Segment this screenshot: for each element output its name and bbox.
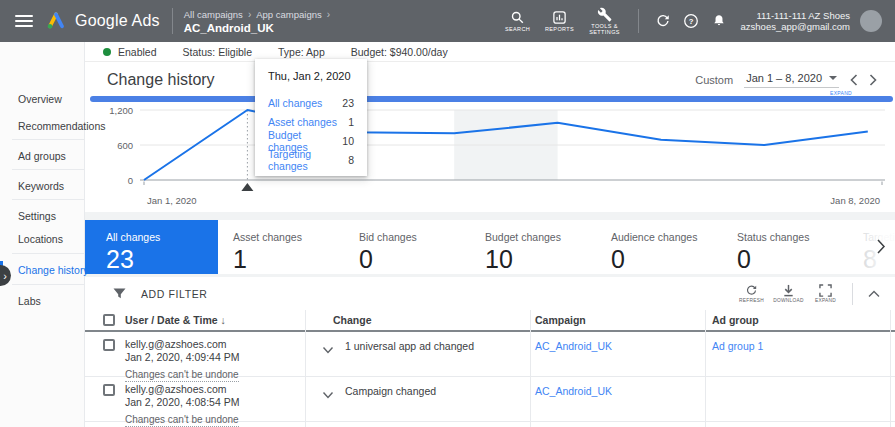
row-checkbox[interactable] — [103, 339, 115, 351]
change-datetime: Jan 2, 2020, 4:08:54 PM — [125, 396, 239, 409]
avatar[interactable] — [860, 10, 882, 32]
chart-expand-link[interactable]: EXPAND — [830, 90, 852, 96]
user-date-cell: kelly.g@azshoes.com Jan 2, 2020, 4:08:54… — [125, 383, 239, 427]
column-header-change[interactable]: Change — [333, 314, 372, 326]
breadcrumb-current-campaign[interactable]: AC_Android_UK — [184, 22, 330, 34]
sidebar: Overview Recommendations Ad groups Keywo… — [0, 42, 85, 427]
chevron-left-icon — [850, 74, 858, 86]
tab-all-changes[interactable]: All changes 23 — [85, 220, 218, 274]
topbar-actions: SEARCH REPORTS TOOLS & SETTINGS — [498, 7, 895, 35]
user-date-cell: kelly.g@azshoes.com Jan 2, 2020, 4:09:44… — [125, 338, 239, 382]
svg-text:?: ? — [688, 17, 693, 26]
nav-expand-button[interactable]: › — [0, 265, 11, 286]
tab-audience-changes[interactable]: Audience changes 0 — [596, 220, 722, 274]
toolbar-divider — [852, 283, 853, 305]
select-all-checkbox[interactable] — [103, 314, 115, 326]
google-ads-logo-icon — [46, 11, 66, 31]
refresh-icon — [655, 13, 671, 29]
tooltip-link-asset-changes[interactable]: Asset changes — [268, 116, 337, 128]
chevron-right-icon: › — [327, 9, 330, 20]
reports-icon — [552, 10, 567, 25]
column-header-campaign[interactable]: Campaign — [535, 314, 586, 326]
tooltip-value: 23 — [342, 97, 354, 109]
tab-asset-changes[interactable]: Asset changes 1 — [218, 220, 344, 274]
tooltip-link-all-changes[interactable]: All changes — [268, 97, 322, 109]
page-title: Change history — [107, 71, 215, 89]
ad-group-link[interactable]: Ad group 1 — [712, 340, 763, 352]
next-period-button[interactable] — [869, 74, 877, 86]
chart-range-slider[interactable] — [90, 96, 893, 102]
change-history-chart[interactable]: 06001,200Jan 1, 2020Jan 8, 2020 — [85, 88, 895, 212]
table-toolbar: ADD FILTER REFRESH DOWNLOAD — [85, 277, 895, 310]
campaign-link[interactable]: AC_Android_UK — [535, 385, 612, 397]
svg-text:1,200: 1,200 — [109, 105, 133, 116]
account-name: 111-111-111 AZ Shoes — [741, 10, 850, 21]
row-checkbox[interactable] — [103, 384, 115, 396]
tooltip-value: 10 — [342, 135, 354, 147]
svg-text:Jan 8, 2020: Jan 8, 2020 — [830, 195, 880, 206]
expand-icon — [819, 284, 832, 297]
user-email: kelly.g@azshoes.com — [125, 383, 239, 396]
expand-change-button[interactable] — [322, 341, 334, 359]
tools-settings-button[interactable]: TOOLS & SETTINGS — [582, 7, 628, 35]
google-ads-app: Google Ads All campaigns › App campaigns… — [0, 0, 895, 427]
undo-note: Changes can't be undone — [125, 413, 239, 427]
campaign-link[interactable]: AC_Android_UK — [535, 340, 612, 352]
breadcrumb-all-campaigns[interactable]: All campaigns — [184, 9, 243, 20]
sidebar-item-change-history[interactable]: Change history — [18, 264, 89, 276]
previous-period-button[interactable] — [850, 74, 858, 86]
tab-budget-changes[interactable]: Budget changes 10 — [470, 220, 596, 274]
expand-table-button[interactable]: EXPAND — [807, 284, 844, 303]
topbar: Google Ads All campaigns › App campaigns… — [0, 0, 895, 42]
download-icon — [782, 284, 795, 297]
menu-icon[interactable] — [15, 15, 33, 27]
account-info[interactable]: 111-111-111 AZ Shoes azshoes_app@gmail.c… — [741, 10, 850, 32]
sidebar-item-locations[interactable]: Locations — [18, 233, 63, 245]
campaign-type: Type: App — [278, 46, 325, 58]
enabled-status[interactable]: Enabled — [103, 46, 157, 58]
user-email: kelly.g@azshoes.com — [125, 338, 239, 351]
change-summary[interactable]: 1 universal app ad changed — [345, 340, 474, 352]
sidebar-item-labs[interactable]: Labs — [18, 295, 41, 307]
help-button[interactable]: ? — [677, 13, 705, 29]
sidebar-divider — [12, 199, 84, 200]
search-button[interactable]: SEARCH — [498, 10, 538, 32]
chevron-down-icon — [322, 391, 334, 400]
table-header: User / Date & Time ↓ Change Campaign Ad … — [85, 310, 895, 332]
sidebar-item-ad-groups[interactable]: Ad groups — [18, 150, 66, 162]
refresh-table-button[interactable]: REFRESH — [733, 284, 770, 303]
sidebar-item-settings[interactable]: Settings — [18, 210, 56, 222]
add-filter-button[interactable]: ADD FILTER — [113, 288, 207, 300]
reports-button[interactable]: REPORTS — [540, 10, 580, 32]
tab-bid-changes[interactable]: Bid changes 0 — [344, 220, 470, 274]
search-icon — [510, 10, 525, 25]
date-range-selector[interactable]: Jan 1 – 8, 2020 — [744, 72, 839, 88]
tooltip-link-targeting-changes[interactable]: Targeting changes — [268, 148, 348, 172]
collapse-panel-button[interactable] — [861, 289, 887, 299]
table-tools: REFRESH DOWNLOAD EXPAND — [733, 283, 887, 305]
breadcrumb-app-campaigns[interactable]: App campaigns — [256, 9, 321, 20]
tabs-scroll-right-button[interactable] — [876, 238, 886, 259]
expand-change-button[interactable] — [322, 386, 334, 404]
chevron-right-icon — [869, 74, 877, 86]
campaign-status-bar: Enabled Status: Eligible Type: App Budge… — [85, 42, 895, 62]
refresh-button[interactable] — [649, 13, 677, 29]
breadcrumb: All campaigns › App campaigns › AC_Andro… — [184, 9, 330, 34]
chevron-right-icon — [876, 238, 886, 255]
change-datetime: Jan 2, 2020, 4:09:44 PM — [125, 351, 239, 364]
table-row: kelly.g@azshoes.com Jan 2, 2020, 4:09:44… — [85, 332, 895, 377]
campaign-budget[interactable]: Budget: $940.00/day — [351, 46, 448, 58]
column-header-adgroup[interactable]: Ad group — [712, 314, 759, 326]
sidebar-item-overview[interactable]: Overview — [18, 93, 62, 105]
notifications-button[interactable] — [705, 13, 733, 29]
download-button[interactable]: DOWNLOAD — [770, 284, 807, 303]
chevron-down-icon — [322, 346, 334, 355]
sidebar-divider — [12, 139, 84, 140]
sidebar-item-keywords[interactable]: Keywords — [18, 180, 64, 192]
column-header-user[interactable]: User / Date & Time ↓ — [125, 314, 226, 326]
sidebar-item-recommendations[interactable]: Recommendations — [18, 120, 106, 132]
tab-status-changes[interactable]: Status changes 0 — [722, 220, 848, 274]
change-summary[interactable]: Campaign changed — [345, 385, 436, 397]
tabs-fade-overlay — [849, 220, 895, 274]
date-range-control: Custom Jan 1 – 8, 2020 — [695, 72, 877, 88]
